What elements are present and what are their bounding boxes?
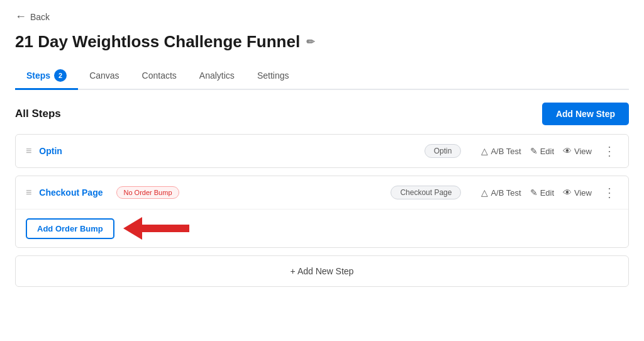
red-arrow [123,217,189,240]
view-icon-optin: 👁 [563,146,572,156]
step-name-optin[interactable]: Optin [39,146,62,156]
step-name-checkout[interactable]: Checkout Page [39,187,103,198]
view-label-optin: View [574,147,592,156]
tab-settings[interactable]: Settings [246,64,301,89]
step-badge-checkout: Checkout Page [391,186,461,199]
add-order-bump-button[interactable]: Add Order Bump [26,218,114,239]
edit-label-checkout: Edit [540,188,554,198]
drag-icon-checkout: ≡ [26,187,31,198]
step-actions-optin: △ A/B Test ✎ Edit 👁 View ⋮ [481,143,618,159]
arrow-head-shape [123,217,142,240]
step-card-optin: ≡ Optin Optin △ A/B Test ✎ Edit 👁 View ⋮ [15,134,629,168]
arrow-body-shape [142,225,189,232]
tab-settings-label: Settings [257,70,289,81]
page-title-text: 21 Day Weightloss Challenge Funnel [15,32,300,52]
tabs-bar: Steps 2 Canvas Contacts Analytics Settin… [15,63,629,90]
back-nav[interactable]: ← Back [15,10,629,23]
tab-contacts[interactable]: Contacts [131,64,188,89]
edit-button-optin[interactable]: ✎ Edit [530,146,554,156]
view-icon-checkout: 👁 [563,187,572,198]
all-steps-title: All Steps [15,108,61,120]
page-title: 21 Day Weightloss Challenge Funnel ✏ [15,32,629,52]
back-label: Back [30,12,50,22]
tab-analytics[interactable]: Analytics [188,64,246,89]
all-steps-header: All Steps Add New Step [15,103,629,125]
ab-test-icon-checkout: △ [481,187,488,198]
drag-icon-optin: ≡ [26,145,31,157]
view-button-optin[interactable]: 👁 View [563,146,592,156]
tab-steps-badge: 2 [54,69,67,82]
tab-analytics-label: Analytics [199,70,235,81]
tab-contacts-label: Contacts [142,70,177,81]
ab-test-label-optin: A/B Test [491,147,521,156]
edit-title-icon[interactable]: ✏ [306,36,314,48]
step-row-checkout: ≡ Checkout Page No Order Bump Checkout P… [16,176,628,209]
more-menu-optin[interactable]: ⋮ [601,143,618,159]
step-sub-checkout: Add Order Bump [16,209,628,247]
ab-test-icon-optin: △ [481,146,488,156]
view-button-checkout[interactable]: 👁 View [563,187,592,198]
step-row-optin: ≡ Optin Optin △ A/B Test ✎ Edit 👁 View ⋮ [16,135,628,167]
ab-test-button-optin[interactable]: △ A/B Test [481,146,521,156]
add-new-step-row[interactable]: + Add New Step [15,255,629,287]
back-arrow-icon: ← [15,10,26,23]
tab-canvas[interactable]: Canvas [78,64,130,89]
edit-icon-optin: ✎ [530,146,538,156]
no-order-bump-badge: No Order Bump [116,186,179,199]
tab-canvas-label: Canvas [89,70,119,81]
edit-icon-checkout: ✎ [530,187,538,198]
more-menu-checkout[interactable]: ⋮ [601,185,618,200]
add-new-step-row-label: + Add New Step [291,266,354,276]
step-badge-optin: Optin [425,144,462,158]
add-new-step-button-top[interactable]: Add New Step [542,103,629,125]
ab-test-label-checkout: A/B Test [491,188,521,198]
step-card-checkout: ≡ Checkout Page No Order Bump Checkout P… [15,176,629,248]
tab-steps-label: Steps [26,70,50,81]
view-label-checkout: View [574,188,592,198]
edit-label-optin: Edit [540,147,554,156]
tab-steps[interactable]: Steps 2 [15,63,78,90]
ab-test-button-checkout[interactable]: △ A/B Test [481,187,521,198]
step-actions-checkout: △ A/B Test ✎ Edit 👁 View ⋮ [481,185,618,200]
edit-button-checkout[interactable]: ✎ Edit [530,187,554,198]
